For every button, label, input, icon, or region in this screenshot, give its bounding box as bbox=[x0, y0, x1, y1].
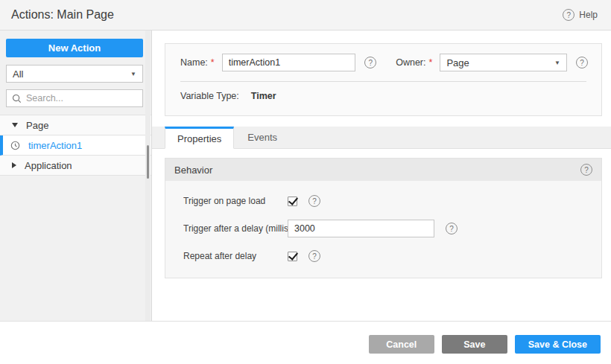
tree-item-timeraction1[interactable]: timerAction1 bbox=[0, 135, 151, 156]
name-input[interactable] bbox=[222, 54, 356, 71]
filter-dropdown-value: All bbox=[13, 68, 23, 80]
tree-item-label: Application bbox=[25, 160, 72, 171]
collapse-icon[interactable] bbox=[12, 123, 18, 127]
name-label: Name: bbox=[180, 57, 208, 68]
delay-input[interactable] bbox=[288, 220, 434, 237]
field-help-icon[interactable] bbox=[446, 223, 458, 234]
tree-item-application[interactable]: Application bbox=[0, 156, 151, 176]
dialog-footer: Cancel Save Save & Close bbox=[0, 321, 611, 364]
clock-icon bbox=[10, 141, 20, 150]
field-label: Repeat after delay bbox=[183, 251, 288, 261]
action-info-panel: Name: * Owner: * Page ▼ Variable Type: T… bbox=[165, 43, 602, 116]
expand-icon[interactable] bbox=[12, 162, 16, 168]
tree-item-label: timerAction1 bbox=[28, 140, 82, 151]
owner-help-icon[interactable] bbox=[576, 57, 588, 68]
chevron-down-icon: ▼ bbox=[554, 60, 560, 66]
sidebar-scrollbar[interactable] bbox=[145, 31, 151, 321]
help-label: Help bbox=[579, 10, 598, 20]
help-icon bbox=[563, 9, 574, 21]
owner-dropdown-value: Page bbox=[446, 57, 469, 68]
field-help-icon[interactable] bbox=[308, 250, 320, 262]
behavior-panel-header: Behavior bbox=[165, 159, 601, 181]
trigger-on-page-load-checkbox[interactable] bbox=[288, 197, 297, 206]
actions-tree: Page timerAction1 Application bbox=[0, 115, 151, 176]
owner-dropdown[interactable]: Page ▼ bbox=[440, 54, 567, 71]
behavior-title: Behavior bbox=[174, 165, 212, 176]
save-and-close-button[interactable]: Save & Close bbox=[515, 335, 601, 354]
field-row-trigger-on-page-load: Trigger on page load bbox=[183, 191, 592, 211]
cancel-button[interactable]: Cancel bbox=[369, 335, 434, 354]
tab-events[interactable]: Events bbox=[234, 127, 291, 148]
field-label: Trigger after a delay (millisec... bbox=[183, 223, 288, 234]
main-panel: Name: * Owner: * Page ▼ Variable Type: T… bbox=[152, 31, 611, 321]
required-marker: * bbox=[211, 57, 215, 68]
tab-properties[interactable]: Properties bbox=[165, 127, 234, 149]
search-input[interactable] bbox=[26, 93, 137, 103]
chevron-down-icon: ▼ bbox=[130, 71, 136, 77]
sidebar: New Action All ▼ Page bbox=[0, 31, 152, 321]
dialog-header: Actions: Main Page Help bbox=[0, 0, 611, 31]
actions-dialog: Actions: Main Page Help New Action All ▼ bbox=[0, 0, 611, 364]
tree-item-label: Page bbox=[26, 120, 48, 131]
new-action-button[interactable]: New Action bbox=[6, 39, 143, 57]
name-help-icon[interactable] bbox=[364, 57, 376, 68]
repeat-after-delay-checkbox[interactable] bbox=[288, 252, 297, 261]
filter-dropdown[interactable]: All ▼ bbox=[6, 65, 143, 83]
owner-label: Owner: bbox=[396, 57, 425, 68]
field-label: Trigger on page load bbox=[183, 196, 288, 206]
variable-type-label: Variable Type: bbox=[180, 91, 239, 101]
behavior-panel-body: Trigger on page load Trigger after a del… bbox=[165, 181, 601, 278]
behavior-panel: Behavior Trigger on page load Trigger af… bbox=[165, 158, 602, 278]
field-row-repeat-after-delay: Repeat after delay bbox=[183, 246, 592, 266]
dialog-body: New Action All ▼ Page bbox=[0, 31, 611, 321]
search-icon bbox=[12, 94, 22, 103]
field-row-trigger-delay: Trigger after a delay (millisec... bbox=[183, 219, 592, 238]
required-marker: * bbox=[429, 57, 433, 68]
search-box bbox=[6, 89, 143, 107]
help-button[interactable]: Help bbox=[563, 9, 598, 21]
tab-bar: Properties Events bbox=[152, 127, 611, 149]
variable-type-row: Variable Type: Timer bbox=[165, 82, 601, 101]
field-help-icon[interactable] bbox=[308, 195, 320, 207]
sidebar-scrollbar-thumb[interactable] bbox=[147, 145, 149, 179]
page-title: Actions: Main Page bbox=[11, 8, 114, 22]
name-owner-row: Name: * Owner: * Page ▼ bbox=[165, 44, 601, 71]
behavior-help-icon[interactable] bbox=[580, 164, 592, 176]
save-button[interactable]: Save bbox=[442, 335, 507, 354]
tree-item-page[interactable]: Page bbox=[0, 115, 151, 135]
variable-type-value: Timer bbox=[251, 91, 276, 101]
